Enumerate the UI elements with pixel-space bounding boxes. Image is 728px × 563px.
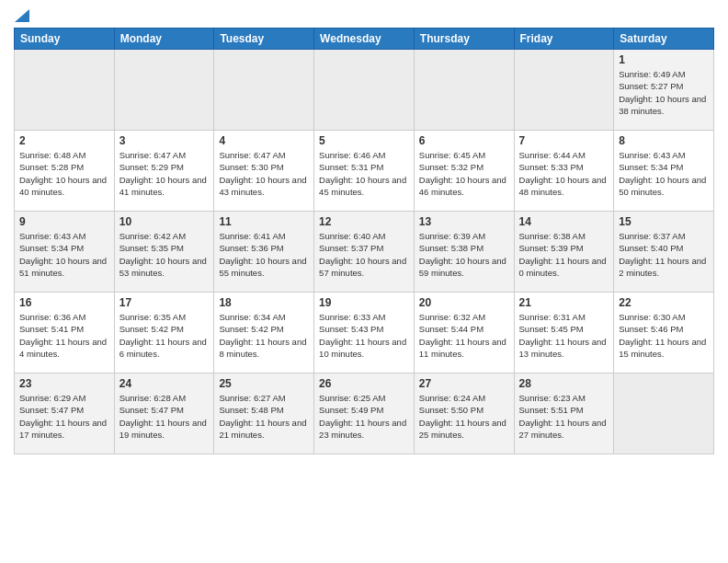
day-info: Sunrise: 6:47 AM Sunset: 5:29 PM Dayligh…: [119, 149, 210, 198]
calendar-cell: 6Sunrise: 6:45 AM Sunset: 5:32 PM Daylig…: [414, 131, 514, 212]
calendar-cell: [214, 50, 314, 131]
day-info: Sunrise: 6:25 AM Sunset: 5:49 PM Dayligh…: [319, 392, 409, 441]
day-number: 22: [619, 296, 709, 309]
calendar-cell: [414, 50, 514, 131]
calendar-cell: 1Sunrise: 6:49 AM Sunset: 5:27 PM Daylig…: [614, 50, 714, 131]
calendar-cell: 15Sunrise: 6:37 AM Sunset: 5:40 PM Dayli…: [614, 212, 714, 293]
calendar-cell: 3Sunrise: 6:47 AM Sunset: 5:29 PM Daylig…: [114, 131, 214, 212]
day-number: 28: [519, 377, 609, 390]
calendar-cell: [514, 50, 614, 131]
calendar-week-row: 2Sunrise: 6:48 AM Sunset: 5:28 PM Daylig…: [15, 131, 714, 212]
day-info: Sunrise: 6:28 AM Sunset: 5:47 PM Dayligh…: [119, 392, 210, 441]
day-info: Sunrise: 6:29 AM Sunset: 5:47 PM Dayligh…: [19, 392, 109, 441]
day-info: Sunrise: 6:32 AM Sunset: 5:44 PM Dayligh…: [419, 311, 509, 360]
day-number: 12: [319, 215, 409, 228]
header: [14, 9, 714, 20]
column-header-tuesday: Tuesday: [214, 29, 314, 50]
day-info: Sunrise: 6:30 AM Sunset: 5:46 PM Dayligh…: [619, 311, 709, 360]
day-number: 16: [19, 296, 109, 309]
day-info: Sunrise: 6:27 AM Sunset: 5:48 PM Dayligh…: [219, 392, 309, 441]
day-info: Sunrise: 6:23 AM Sunset: 5:51 PM Dayligh…: [519, 392, 609, 441]
day-number: 13: [419, 215, 509, 228]
calendar-cell: 16Sunrise: 6:36 AM Sunset: 5:41 PM Dayli…: [15, 293, 115, 373]
day-info: Sunrise: 6:45 AM Sunset: 5:32 PM Dayligh…: [419, 149, 509, 198]
day-number: 4: [219, 134, 309, 147]
day-info: Sunrise: 6:43 AM Sunset: 5:34 PM Dayligh…: [619, 149, 709, 198]
day-number: 1: [619, 53, 709, 66]
day-info: Sunrise: 6:31 AM Sunset: 5:45 PM Dayligh…: [519, 311, 609, 360]
calendar-cell: 24Sunrise: 6:28 AM Sunset: 5:47 PM Dayli…: [114, 373, 214, 454]
calendar-cell: 7Sunrise: 6:44 AM Sunset: 5:33 PM Daylig…: [514, 131, 614, 212]
logo: [14, 9, 29, 20]
day-number: 5: [319, 134, 409, 147]
calendar-week-row: 1Sunrise: 6:49 AM Sunset: 5:27 PM Daylig…: [15, 50, 714, 131]
calendar-week-row: 9Sunrise: 6:43 AM Sunset: 5:34 PM Daylig…: [15, 212, 714, 293]
calendar-cell: 10Sunrise: 6:42 AM Sunset: 5:35 PM Dayli…: [114, 212, 214, 293]
day-info: Sunrise: 6:43 AM Sunset: 5:34 PM Dayligh…: [19, 230, 109, 279]
calendar-cell: 12Sunrise: 6:40 AM Sunset: 5:37 PM Dayli…: [314, 212, 415, 293]
day-info: Sunrise: 6:41 AM Sunset: 5:36 PM Dayligh…: [219, 230, 309, 279]
day-number: 10: [119, 215, 210, 228]
day-number: 15: [619, 215, 709, 228]
column-header-friday: Friday: [514, 29, 614, 50]
day-info: Sunrise: 6:42 AM Sunset: 5:35 PM Dayligh…: [119, 230, 210, 279]
day-info: Sunrise: 6:46 AM Sunset: 5:31 PM Dayligh…: [319, 149, 409, 198]
calendar-cell: 19Sunrise: 6:33 AM Sunset: 5:43 PM Dayli…: [314, 293, 415, 373]
calendar-week-row: 16Sunrise: 6:36 AM Sunset: 5:41 PM Dayli…: [15, 293, 714, 373]
day-number: 7: [519, 134, 609, 147]
calendar-cell: 21Sunrise: 6:31 AM Sunset: 5:45 PM Dayli…: [514, 293, 614, 373]
day-info: Sunrise: 6:49 AM Sunset: 5:27 PM Dayligh…: [619, 68, 709, 117]
column-header-saturday: Saturday: [614, 29, 714, 50]
column-header-wednesday: Wednesday: [314, 29, 415, 50]
day-info: Sunrise: 6:39 AM Sunset: 5:38 PM Dayligh…: [419, 230, 509, 279]
calendar-cell: 17Sunrise: 6:35 AM Sunset: 5:42 PM Dayli…: [114, 293, 214, 373]
day-info: Sunrise: 6:35 AM Sunset: 5:42 PM Dayligh…: [119, 311, 210, 360]
calendar-cell: 5Sunrise: 6:46 AM Sunset: 5:31 PM Daylig…: [314, 131, 415, 212]
day-info: Sunrise: 6:44 AM Sunset: 5:33 PM Dayligh…: [519, 149, 609, 198]
calendar-cell: 2Sunrise: 6:48 AM Sunset: 5:28 PM Daylig…: [15, 131, 115, 212]
calendar-week-row: 23Sunrise: 6:29 AM Sunset: 5:47 PM Dayli…: [15, 373, 714, 454]
calendar-cell: 25Sunrise: 6:27 AM Sunset: 5:48 PM Dayli…: [214, 373, 314, 454]
day-number: 25: [219, 377, 309, 390]
day-number: 17: [119, 296, 210, 309]
column-header-thursday: Thursday: [414, 29, 514, 50]
day-info: Sunrise: 6:38 AM Sunset: 5:39 PM Dayligh…: [519, 230, 609, 279]
calendar-cell: 26Sunrise: 6:25 AM Sunset: 5:49 PM Dayli…: [314, 373, 415, 454]
calendar-header-row: SundayMondayTuesdayWednesdayThursdayFrid…: [15, 29, 714, 50]
day-number: 23: [19, 377, 109, 390]
calendar-cell: [314, 50, 415, 131]
calendar-cell: 20Sunrise: 6:32 AM Sunset: 5:44 PM Dayli…: [414, 293, 514, 373]
day-number: 11: [219, 215, 309, 228]
calendar-cell: 27Sunrise: 6:24 AM Sunset: 5:50 PM Dayli…: [414, 373, 514, 454]
day-info: Sunrise: 6:47 AM Sunset: 5:30 PM Dayligh…: [219, 149, 309, 198]
day-number: 26: [319, 377, 409, 390]
day-info: Sunrise: 6:48 AM Sunset: 5:28 PM Dayligh…: [19, 149, 109, 198]
calendar-cell: 8Sunrise: 6:43 AM Sunset: 5:34 PM Daylig…: [614, 131, 714, 212]
day-info: Sunrise: 6:37 AM Sunset: 5:40 PM Dayligh…: [619, 230, 709, 279]
calendar-cell: [614, 373, 714, 454]
day-number: 9: [19, 215, 109, 228]
day-number: 8: [619, 134, 709, 147]
calendar-cell: 13Sunrise: 6:39 AM Sunset: 5:38 PM Dayli…: [414, 212, 514, 293]
day-info: Sunrise: 6:24 AM Sunset: 5:50 PM Dayligh…: [419, 392, 509, 441]
calendar-cell: 22Sunrise: 6:30 AM Sunset: 5:46 PM Dayli…: [614, 293, 714, 373]
calendar-cell: 28Sunrise: 6:23 AM Sunset: 5:51 PM Dayli…: [514, 373, 614, 454]
day-info: Sunrise: 6:34 AM Sunset: 5:42 PM Dayligh…: [219, 311, 309, 360]
day-number: 24: [119, 377, 210, 390]
calendar-cell: 4Sunrise: 6:47 AM Sunset: 5:30 PM Daylig…: [214, 131, 314, 212]
day-number: 3: [119, 134, 210, 147]
calendar-cell: [114, 50, 214, 131]
calendar-cell: 14Sunrise: 6:38 AM Sunset: 5:39 PM Dayli…: [514, 212, 614, 293]
day-info: Sunrise: 6:36 AM Sunset: 5:41 PM Dayligh…: [19, 311, 109, 360]
calendar-cell: [15, 50, 115, 131]
day-number: 2: [19, 134, 109, 147]
calendar-cell: 11Sunrise: 6:41 AM Sunset: 5:36 PM Dayli…: [214, 212, 314, 293]
day-info: Sunrise: 6:33 AM Sunset: 5:43 PM Dayligh…: [319, 311, 409, 360]
svg-marker-0: [15, 9, 29, 22]
day-number: 20: [419, 296, 509, 309]
calendar-page: SundayMondayTuesdayWednesdayThursdayFrid…: [0, 0, 728, 563]
day-info: Sunrise: 6:40 AM Sunset: 5:37 PM Dayligh…: [319, 230, 409, 279]
calendar-table: SundayMondayTuesdayWednesdayThursdayFrid…: [14, 28, 714, 454]
column-header-sunday: Sunday: [15, 29, 115, 50]
day-number: 18: [219, 296, 309, 309]
